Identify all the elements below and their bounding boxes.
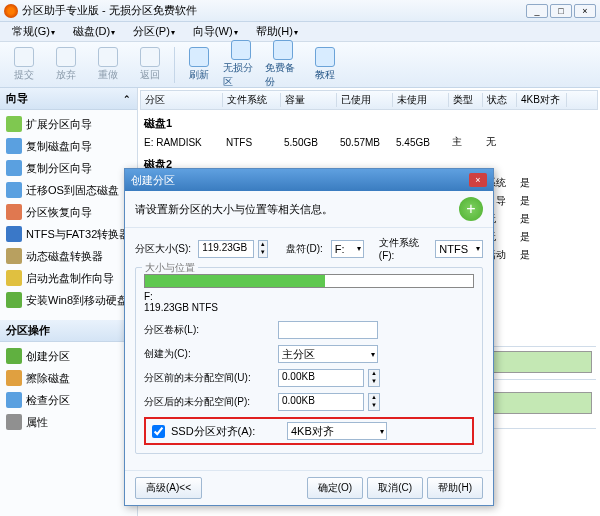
ssd-align-highlight: SSD分区对齐(A): 4KB对齐 — [144, 417, 474, 445]
wizard-item-label: 复制分区向导 — [26, 161, 92, 176]
ops-panel-header[interactable]: 分区操作⌃ — [0, 320, 137, 342]
menu-help[interactable]: 帮助(H)▾ — [248, 22, 306, 41]
ops-item[interactable]: 属性 — [2, 411, 135, 433]
ssd-align-checkbox[interactable] — [152, 425, 165, 438]
volume-label-input[interactable] — [278, 321, 378, 339]
wizard-item[interactable]: 启动光盘制作向导 — [2, 267, 135, 289]
dialog-message: 请设置新分区的大小与位置等相关信息。 — [135, 202, 333, 217]
create-as-lbl: 创建为(C): — [144, 347, 274, 361]
wizard-item[interactable]: 动态磁盘转换器 — [2, 245, 135, 267]
menu-disk[interactable]: 磁盘(D)▾ — [65, 22, 123, 41]
app-icon — [4, 4, 18, 18]
toolbar: 提交 放弃 重做 返回 刷新 无损分区 免费备份 教程 — [0, 42, 600, 88]
wizard-item[interactable]: 复制磁盘向导 — [2, 135, 135, 157]
create-as-select[interactable]: 主分区 — [278, 345, 378, 363]
wizard-item[interactable]: 安装Win8到移动硬盘 — [2, 289, 135, 311]
cancel-button[interactable]: 取消(C) — [367, 477, 423, 499]
partition-bar[interactable] — [144, 274, 474, 288]
ops-panel: 创建分区擦除磁盘检查分区属性 — [0, 342, 137, 436]
ops-item-label: 擦除磁盘 — [26, 371, 70, 386]
wizard-item-label: 分区恢复向导 — [26, 205, 92, 220]
lossless-button[interactable]: 无损分区 — [223, 40, 259, 89]
ops-item-label: 创建分区 — [26, 349, 70, 364]
back-button[interactable]: 返回 — [132, 47, 168, 82]
dialog-close-button[interactable]: × — [469, 173, 487, 187]
before-space-input[interactable]: 0.00KB — [278, 369, 364, 387]
maximize-button[interactable]: □ — [550, 4, 572, 18]
ssd-align-lbl: SSD分区对齐(A): — [171, 424, 281, 439]
window-titlebar: 分区助手专业版 - 无损分区免费软件 _ □ × — [0, 0, 600, 22]
menu-general[interactable]: 常规(G)▾ — [4, 22, 63, 41]
tutorial-button[interactable]: 教程 — [307, 47, 343, 82]
disk-1-title: 磁盘1 — [140, 114, 598, 133]
item-icon — [6, 414, 22, 430]
wizard-item-label: 迁移OS到固态磁盘 — [26, 183, 119, 198]
ops-item-label: 属性 — [26, 415, 48, 430]
item-icon — [6, 270, 22, 286]
wizard-panel-header[interactable]: 向导⌃ — [0, 88, 137, 110]
fs-label: 文件系统(F): — [379, 236, 431, 261]
dialog-title: 创建分区 — [131, 173, 175, 188]
fs-select[interactable]: NTFS — [435, 240, 483, 258]
partition-bar-drive: F: — [144, 291, 474, 302]
wizard-item-label: 动态磁盘转换器 — [26, 249, 103, 264]
minimize-button[interactable]: _ — [526, 4, 548, 18]
after-space-lbl: 分区后的未分配空间(P): — [144, 395, 274, 409]
menu-wizard[interactable]: 向导(W)▾ — [185, 22, 246, 41]
ops-item[interactable]: 检查分区 — [2, 389, 135, 411]
letter-select[interactable]: F: — [331, 240, 364, 258]
close-button[interactable]: × — [574, 4, 596, 18]
refresh-button[interactable]: 刷新 — [181, 47, 217, 82]
after-space-input[interactable]: 0.00KB — [278, 393, 364, 411]
wizard-item-label: 启动光盘制作向导 — [26, 271, 114, 286]
wizard-item-label: 扩展分区向导 — [26, 117, 92, 132]
wizard-item[interactable]: 扩展分区向导 — [2, 113, 135, 135]
wizard-item[interactable]: NTFS与FAT32转换器 — [2, 223, 135, 245]
ops-item[interactable]: 创建分区 — [2, 345, 135, 367]
ops-item[interactable]: 擦除磁盘 — [2, 367, 135, 389]
size-input[interactable]: 119.23GB — [198, 240, 253, 258]
after-space-spinner[interactable]: ▲▼ — [368, 393, 380, 411]
sidebar: 向导⌃ 扩展分区向导复制磁盘向导复制分区向导迁移OS到固态磁盘分区恢复向导NTF… — [0, 88, 138, 516]
redo-button[interactable]: 重做 — [90, 47, 126, 82]
before-space-spinner[interactable]: ▲▼ — [368, 369, 380, 387]
before-space-lbl: 分区前的未分配空间(U): — [144, 371, 274, 385]
undo-button[interactable]: 放弃 — [48, 47, 84, 82]
wizard-item-label: NTFS与FAT32转换器 — [26, 227, 130, 242]
volume-label-lbl: 分区卷标(L): — [144, 323, 274, 337]
wizard-item-label: 复制磁盘向导 — [26, 139, 92, 154]
menubar: 常规(G)▾ 磁盘(D)▾ 分区(P)▾ 向导(W)▾ 帮助(H)▾ — [0, 22, 600, 42]
item-icon — [6, 116, 22, 132]
size-label: 分区大小(S): — [135, 242, 194, 256]
table-row[interactable]: E: RAMDISKNTFS5.50GB50.57MB5.45GB主无 — [140, 133, 598, 151]
window-title: 分区助手专业版 - 无损分区免费软件 — [22, 3, 526, 18]
wizard-item[interactable]: 迁移OS到固态磁盘 — [2, 179, 135, 201]
size-spinner[interactable]: ▲▼ — [258, 240, 268, 258]
ssd-align-select[interactable]: 4KB对齐 — [287, 422, 387, 440]
dialog-titlebar[interactable]: 创建分区 × — [125, 169, 493, 191]
wizard-item[interactable]: 分区恢复向导 — [2, 201, 135, 223]
wizard-panel: 扩展分区向导复制磁盘向导复制分区向导迁移OS到固态磁盘分区恢复向导NTFS与FA… — [0, 110, 137, 314]
backup-button[interactable]: 免费备份 — [265, 40, 301, 89]
item-icon — [6, 348, 22, 364]
ops-item-label: 检查分区 — [26, 393, 70, 408]
wizard-item-label: 安装Win8到移动硬盘 — [26, 293, 128, 308]
menu-partition[interactable]: 分区(P)▾ — [125, 22, 183, 41]
create-partition-dialog: 创建分区 × 请设置新分区的大小与位置等相关信息。 + 分区大小(S): 119… — [124, 168, 494, 506]
letter-label: 盘符(D): — [286, 242, 327, 256]
chevron-icon: ⌃ — [123, 94, 131, 104]
item-icon — [6, 392, 22, 408]
item-icon — [6, 204, 22, 220]
item-icon — [6, 370, 22, 386]
table-header: 分区文件系统容量已使用未使用类型状态4KB对齐 — [140, 90, 598, 110]
item-icon — [6, 248, 22, 264]
item-icon — [6, 292, 22, 308]
plus-icon: + — [459, 197, 483, 221]
help-button[interactable]: 帮助(H) — [427, 477, 483, 499]
item-icon — [6, 182, 22, 198]
submit-button[interactable]: 提交 — [6, 47, 42, 82]
ok-button[interactable]: 确定(O) — [307, 477, 363, 499]
wizard-item[interactable]: 复制分区向导 — [2, 157, 135, 179]
advanced-button[interactable]: 高级(A)<< — [135, 477, 202, 499]
size-position-group: 大小与位置 F: 119.23GB NTFS 分区卷标(L): 创建为(C): … — [135, 267, 483, 454]
